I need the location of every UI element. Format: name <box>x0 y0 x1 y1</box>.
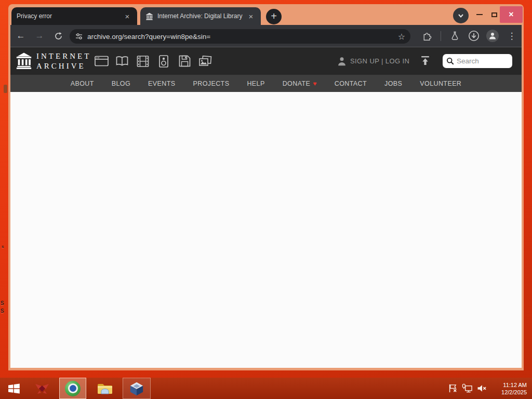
taskbar-clock[interactable]: 11:12 AM 12/2/2025 <box>501 381 527 396</box>
browser-toolbar: ← → archive.org/search?query=win8pe&sin=… <box>10 25 522 47</box>
signup-login-label[interactable]: SIGN UP | LOG IN <box>350 57 409 65</box>
taskbar-chrome-button[interactable] <box>59 378 86 399</box>
nav-contact[interactable]: CONTACT <box>335 80 367 87</box>
taskbar: 11:12 AM 12/2/2025 <box>0 378 532 399</box>
maximize-icon <box>491 12 497 17</box>
browser-window: Privacy error × Internet Archive: Digita… <box>8 4 524 370</box>
back-button[interactable]: ← <box>15 30 27 42</box>
new-tab-button[interactable]: + <box>266 9 282 24</box>
archive-header: INTERNET ARCHIVE <box>10 47 522 75</box>
labs-button[interactable] <box>448 30 461 42</box>
archive-wordmark[interactable]: INTERNET ARCHIVE <box>36 51 91 71</box>
url-text: archive.org/search?query=win8pe&sin= <box>87 33 398 41</box>
images-icon <box>198 56 212 67</box>
nav-projects[interactable]: PROJECTS <box>193 80 230 87</box>
wordmark-line1: INTERNET <box>36 51 91 61</box>
search-icon <box>446 57 454 65</box>
desktop-icon-label-fragment: S <box>1 308 4 314</box>
start-button[interactable] <box>2 378 26 399</box>
minimize-button[interactable] <box>473 6 486 23</box>
desktop-icon-label-fragment: S <box>1 300 4 306</box>
address-bar[interactable]: archive.org/search?query=win8pe&sin= ☆ <box>70 29 410 44</box>
desktop-icon-fragment <box>4 85 7 93</box>
tab-search-button[interactable] <box>453 8 469 23</box>
virtualbox-icon <box>129 381 144 396</box>
reload-button[interactable] <box>52 30 64 42</box>
tab-internet-archive[interactable]: Internet Archive: Digital Library × <box>140 7 261 25</box>
close-button[interactable]: × <box>500 6 523 23</box>
auth-links[interactable]: SIGN UP | LOG IN <box>337 47 409 75</box>
media-texts-link[interactable] <box>112 47 132 75</box>
upload-button[interactable] <box>420 55 431 68</box>
archive-search-box[interactable] <box>443 54 512 68</box>
person-icon <box>337 56 347 66</box>
upload-icon <box>420 55 431 66</box>
windows-logo-icon <box>8 383 20 394</box>
media-audio-link[interactable] <box>153 47 174 75</box>
menu-button[interactable]: ⋮ <box>506 30 518 42</box>
media-video-link[interactable] <box>132 47 153 75</box>
nav-volunteer[interactable]: VOLUNTEER <box>420 80 461 87</box>
reload-icon <box>54 32 63 41</box>
volume-muted-icon[interactable] <box>477 384 487 393</box>
tab-title: Internet Archive: Digital Library <box>157 12 246 20</box>
bookmark-star-icon[interactable]: ☆ <box>398 32 405 42</box>
system-tray <box>448 378 487 399</box>
network-icon[interactable] <box>462 383 473 393</box>
taskbar-virtualbox-button[interactable] <box>123 378 151 399</box>
nav-blog[interactable]: BLOG <box>112 80 130 87</box>
puzzle-icon <box>422 31 432 41</box>
nav-donate-label: DONATE <box>283 80 311 87</box>
texts-icon <box>115 56 129 66</box>
chevron-down-icon <box>457 11 465 20</box>
action-center-flag-icon[interactable] <box>448 383 458 393</box>
forward-button[interactable]: → <box>33 30 46 42</box>
web-page: INTERNET ARCHIVE <box>10 47 522 368</box>
tab-privacy-error[interactable]: Privacy error × <box>11 7 137 25</box>
page-content-empty <box>10 92 522 368</box>
media-software-link[interactable] <box>174 47 195 75</box>
media-web-link[interactable] <box>91 47 112 75</box>
heart-icon: ♥ <box>313 80 317 87</box>
software-icon <box>179 55 191 67</box>
media-images-link[interactable] <box>195 47 216 75</box>
maximize-button[interactable] <box>487 6 501 23</box>
desktop-icon-label-fragment: s <box>2 244 4 249</box>
avatar-icon <box>488 32 497 40</box>
video-icon <box>137 56 149 67</box>
clock-time: 11:12 AM <box>501 381 527 389</box>
clock-date: 12/2/2025 <box>501 389 527 396</box>
archive-search-input[interactable] <box>457 57 507 65</box>
toolbar-separator <box>441 31 441 41</box>
audio-icon <box>159 55 168 68</box>
nav-events[interactable]: EVENTS <box>148 80 175 87</box>
downloads-button[interactable] <box>468 30 480 42</box>
web-icon <box>95 56 109 66</box>
nav-about[interactable]: ABOUT <box>71 80 94 87</box>
profile-button[interactable] <box>486 30 499 42</box>
extensions-button[interactable] <box>421 30 433 42</box>
minimize-icon <box>476 14 483 15</box>
archive-logo-icon[interactable] <box>15 52 33 70</box>
wordmark-line2: ARCHIVE <box>36 61 91 71</box>
title-bar[interactable]: Privacy error × Internet Archive: Digita… <box>8 4 524 25</box>
tab-close-icon[interactable]: × <box>123 11 132 21</box>
tab-close-icon[interactable]: × <box>246 11 256 21</box>
chrome-icon <box>65 381 81 396</box>
nav-donate[interactable]: DONATE ♥ <box>283 80 317 87</box>
archive-nav: ABOUT BLOG EVENTS PROJECTS HELP DONATE ♥… <box>10 75 522 92</box>
taskbar-red-app-button[interactable] <box>30 378 54 399</box>
nav-jobs[interactable]: JOBS <box>384 80 402 87</box>
red-app-icon <box>34 381 50 396</box>
download-icon <box>468 30 480 42</box>
site-settings-icon[interactable] <box>75 32 83 41</box>
flask-icon <box>450 31 459 41</box>
folder-icon <box>97 382 113 395</box>
tab-title: Privacy error <box>17 12 123 20</box>
taskbar-explorer-button[interactable] <box>92 378 117 399</box>
nav-help[interactable]: HELP <box>247 80 264 87</box>
archive-favicon-icon <box>145 12 153 20</box>
media-type-links <box>91 47 216 75</box>
